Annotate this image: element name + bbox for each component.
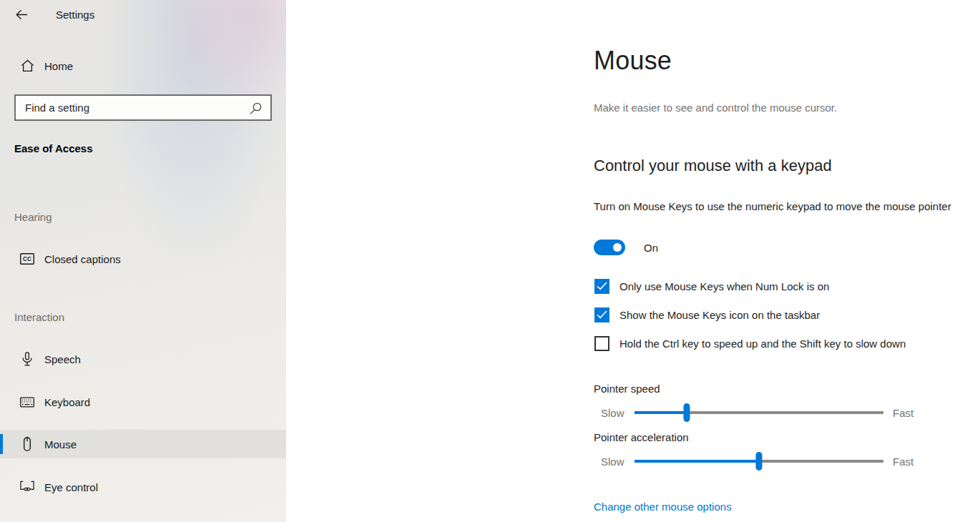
sidebar-item-label: Speech xyxy=(44,353,81,365)
sidebar-group-header-interaction: Interaction xyxy=(14,311,64,323)
sidebar-item-label: Eye control xyxy=(44,481,98,493)
main-panel: Mouse Make it easier to see and control … xyxy=(286,0,980,522)
toggle-state-label: On xyxy=(644,242,658,254)
microphone-icon xyxy=(20,352,34,366)
sidebar-item-mouse[interactable]: Mouse xyxy=(0,430,286,458)
sidebar-item-home[interactable]: Home xyxy=(0,51,286,80)
pointer-speed-thumb[interactable] xyxy=(684,403,690,422)
checkbox-label: Only use Mouse Keys when Num Lock is on xyxy=(619,280,829,292)
pointer-acceleration-slider: Slow Fast xyxy=(594,451,913,471)
slider-min-label: Slow xyxy=(594,455,634,468)
search-icon xyxy=(249,102,263,115)
back-button[interactable] xyxy=(5,0,38,29)
app-title: Settings xyxy=(56,9,94,21)
sidebar-item-closed-captions[interactable]: CC Closed captions xyxy=(0,245,286,273)
titlebar: Settings xyxy=(0,0,286,29)
page-title: Mouse xyxy=(594,46,672,76)
mouse-keys-toggle[interactable] xyxy=(594,240,625,255)
checkbox-box xyxy=(594,279,609,294)
cc-icon: CC xyxy=(20,252,34,266)
mouse-keys-toggle-row: On xyxy=(594,240,658,255)
checkbox-taskbar-icon[interactable]: Show the Mouse Keys icon on the taskbar xyxy=(594,307,820,322)
sidebar: Settings Home Ease of Access Hearing xyxy=(0,0,286,522)
pointer-acceleration-label: Pointer acceleration xyxy=(594,431,689,443)
change-other-mouse-options-link[interactable]: Change other mouse options xyxy=(594,501,732,513)
sidebar-item-keyboard[interactable]: Keyboard xyxy=(0,388,286,416)
slider-fill xyxy=(634,460,759,463)
pointer-speed-slider: Slow Fast xyxy=(594,403,913,423)
pointer-acceleration-thumb[interactable] xyxy=(756,452,763,471)
sidebar-item-label: Keyboard xyxy=(44,396,90,408)
keyboard-icon xyxy=(20,395,34,409)
checkbox-label: Show the Mouse Keys icon on the taskbar xyxy=(619,309,820,321)
slider-max-label: Fast xyxy=(893,407,913,419)
page-subtitle: Make it easier to see and control the mo… xyxy=(594,102,837,114)
search-box xyxy=(14,94,272,121)
sidebar-item-label: Home xyxy=(44,60,73,72)
mouse-keys-toggle-label: Turn on Mouse Keys to use the numeric ke… xyxy=(594,197,955,216)
sidebar-item-speech[interactable]: Speech xyxy=(0,345,286,373)
section-heading: Control your mouse with a keypad xyxy=(594,157,832,175)
mouse-icon xyxy=(20,437,34,451)
pointer-speed-label: Pointer speed xyxy=(594,383,660,395)
sidebar-group-header-hearing: Hearing xyxy=(14,211,52,223)
checkbox-label: Hold the Ctrl key to speed up and the Sh… xyxy=(619,338,906,350)
slider-fill xyxy=(634,411,687,414)
checkbox-box xyxy=(594,336,609,351)
sidebar-category-title: Ease of Access xyxy=(14,142,93,154)
search-input[interactable] xyxy=(16,96,270,119)
checkbox-box xyxy=(594,307,609,322)
toggle-knob xyxy=(613,243,622,252)
sidebar-item-label: Closed captions xyxy=(44,253,121,265)
back-arrow-icon xyxy=(16,9,28,20)
checkbox-num-lock[interactable]: Only use Mouse Keys when Num Lock is on xyxy=(594,278,829,294)
home-icon xyxy=(20,59,34,73)
eye-icon xyxy=(20,480,34,494)
sidebar-item-eye-control[interactable]: Eye control xyxy=(0,473,286,501)
slider-min-label: Slow xyxy=(594,407,634,419)
sidebar-item-label: Mouse xyxy=(44,438,77,450)
slider-max-label: Fast xyxy=(893,455,913,468)
svg-text:CC: CC xyxy=(23,256,31,262)
pointer-speed-track[interactable] xyxy=(634,411,883,414)
pointer-acceleration-track[interactable] xyxy=(634,460,883,463)
settings-window: Settings Home Ease of Access Hearing xyxy=(0,0,980,522)
checkbox-ctrl-shift-speed[interactable]: Hold the Ctrl key to speed up and the Sh… xyxy=(594,335,906,351)
